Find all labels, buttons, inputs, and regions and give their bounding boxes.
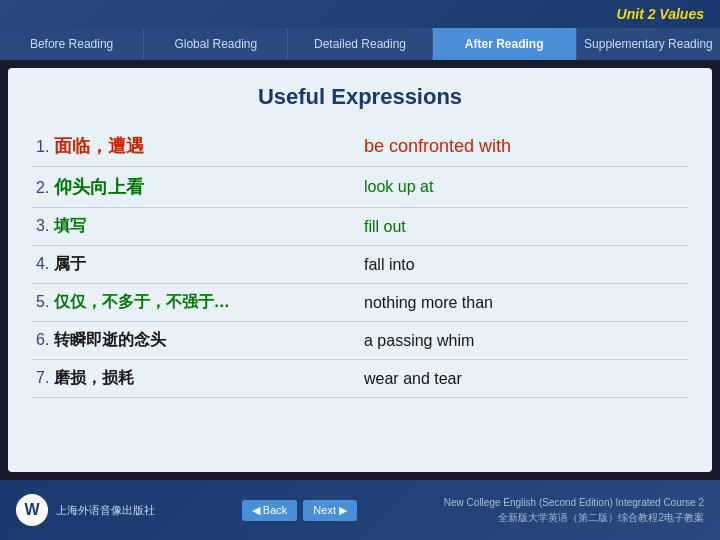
logo-text: 上海外语音像出版社 [56, 503, 155, 518]
bottom-bar: W 上海外语音像出版社 ◀ Back Next ▶ New College En… [0, 480, 720, 540]
nav-buttons: ◀ Back Next ▶ [242, 500, 357, 521]
chinese-cell: 1. 面临，遭遇 [32, 126, 360, 167]
tab-before-reading[interactable]: Before Reading [0, 28, 144, 60]
content-area: Useful Expressions 1. 面临，遭遇 be confronte… [8, 68, 712, 472]
chinese-cell: 3. 填写 [32, 208, 360, 246]
chinese-cell: 5. 仅仅，不多于，不强于… [32, 284, 360, 322]
chinese-cell: 6. 转瞬即逝的念头 [32, 322, 360, 360]
english-cell: wear and tear [360, 360, 688, 398]
tab-detailed-reading[interactable]: Detailed Reading [288, 28, 432, 60]
english-cell: a passing whim [360, 322, 688, 360]
table-row: 5. 仅仅，不多于，不强于… nothing more than [32, 284, 688, 322]
table-row: 2. 仰头向上看 look up at [32, 167, 688, 208]
tab-global-reading[interactable]: Global Reading [144, 28, 288, 60]
back-button[interactable]: ◀ Back [242, 500, 298, 521]
chinese-cell: 7. 磨损，损耗 [32, 360, 360, 398]
table-row: 1. 面临，遭遇 be confronted with [32, 126, 688, 167]
content-title: Useful Expressions [32, 84, 688, 110]
table-row: 4. 属于 fall into [32, 246, 688, 284]
english-cell: nothing more than [360, 284, 688, 322]
expressions-table: 1. 面临，遭遇 be confronted with 2. 仰头向上看 loo… [32, 126, 688, 398]
chinese-cell: 4. 属于 [32, 246, 360, 284]
next-button[interactable]: Next ▶ [303, 500, 357, 521]
english-cell: look up at [360, 167, 688, 208]
nav-tabs: Before Reading Global Reading Detailed R… [0, 28, 720, 60]
table-row: 3. 填写 fill out [32, 208, 688, 246]
book-info: New College English (Second Edition) Int… [444, 495, 704, 525]
logo-area: W 上海外语音像出版社 [16, 494, 155, 526]
english-cell: fall into [360, 246, 688, 284]
tab-after-reading[interactable]: After Reading [433, 28, 577, 60]
tab-supplementary-reading[interactable]: Supplementary Reading [577, 28, 720, 60]
logo-icon: W [16, 494, 48, 526]
chinese-cell: 2. 仰头向上看 [32, 167, 360, 208]
top-bar: Unit 2 Values [0, 0, 720, 28]
english-cell: be confronted with [360, 126, 688, 167]
table-row: 7. 磨损，损耗 wear and tear [32, 360, 688, 398]
english-cell: fill out [360, 208, 688, 246]
table-row: 6. 转瞬即逝的念头 a passing whim [32, 322, 688, 360]
unit-title: Unit 2 Values [617, 6, 704, 22]
